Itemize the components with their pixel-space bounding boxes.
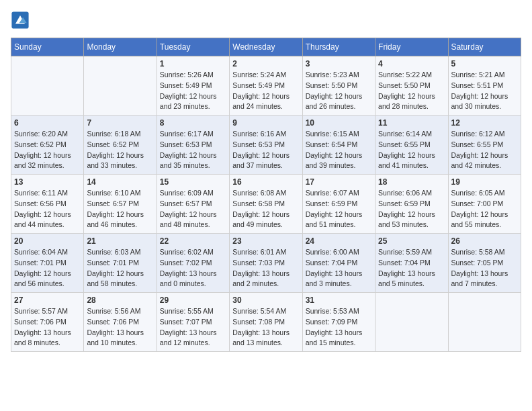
- calendar-week-1: 1Sunrise: 5:26 AMSunset: 5:49 PMDaylight…: [11, 56, 521, 116]
- calendar-cell: 2Sunrise: 5:24 AMSunset: 5:49 PMDaylight…: [230, 56, 302, 116]
- calendar-cell: 21Sunrise: 6:03 AMSunset: 7:01 PMDayligh…: [84, 234, 157, 293]
- column-header-friday: Friday: [375, 38, 448, 56]
- calendar-cell: 11Sunrise: 6:14 AMSunset: 6:55 PMDayligh…: [375, 116, 448, 175]
- day-number: 25: [378, 236, 445, 246]
- day-number: 24: [306, 236, 372, 246]
- calendar-cell: 15Sunrise: 6:09 AMSunset: 6:57 PMDayligh…: [157, 175, 229, 234]
- day-number: 17: [306, 177, 372, 187]
- day-number: 1: [160, 59, 226, 68]
- day-number: 31: [306, 295, 372, 305]
- day-detail: Sunrise: 6:03 AMSunset: 7:01 PMDaylight:…: [87, 247, 153, 289]
- calendar-cell: 16Sunrise: 6:08 AMSunset: 6:58 PMDayligh…: [230, 175, 302, 234]
- day-number: 9: [232, 118, 299, 128]
- day-detail: Sunrise: 5:59 AMSunset: 7:04 PMDaylight:…: [378, 247, 445, 289]
- day-detail: Sunrise: 6:14 AMSunset: 6:55 PMDaylight:…: [378, 129, 445, 171]
- day-detail: Sunrise: 5:58 AMSunset: 7:05 PMDaylight:…: [451, 247, 518, 289]
- page-header: [11, 11, 521, 30]
- calendar-cell: 6Sunrise: 6:20 AMSunset: 6:52 PMDaylight…: [11, 116, 84, 175]
- day-number: 16: [232, 177, 299, 187]
- calendar-cell: 23Sunrise: 6:01 AMSunset: 7:03 PMDayligh…: [230, 234, 302, 293]
- calendar-cell: 31Sunrise: 5:53 AMSunset: 7:09 PMDayligh…: [302, 293, 375, 352]
- calendar-cell: 27Sunrise: 5:57 AMSunset: 7:06 PMDayligh…: [11, 293, 84, 352]
- logo: [11, 11, 32, 30]
- day-detail: Sunrise: 6:17 AMSunset: 6:53 PMDaylight:…: [160, 129, 226, 171]
- logo-icon: [11, 11, 30, 30]
- day-number: 5: [451, 59, 518, 68]
- day-detail: Sunrise: 6:18 AMSunset: 6:52 PMDaylight:…: [87, 129, 153, 171]
- day-number: 12: [451, 118, 518, 128]
- calendar-week-2: 6Sunrise: 6:20 AMSunset: 6:52 PMDaylight…: [11, 116, 521, 175]
- day-detail: Sunrise: 6:11 AMSunset: 6:56 PMDaylight:…: [14, 188, 81, 230]
- day-number: 6: [14, 118, 81, 128]
- calendar-cell: 18Sunrise: 6:06 AMSunset: 6:59 PMDayligh…: [375, 175, 448, 234]
- calendar-cell: 12Sunrise: 6:12 AMSunset: 6:55 PMDayligh…: [448, 116, 521, 175]
- calendar-week-3: 13Sunrise: 6:11 AMSunset: 6:56 PMDayligh…: [11, 175, 521, 234]
- calendar-cell: [375, 293, 448, 352]
- day-detail: Sunrise: 6:01 AMSunset: 7:03 PMDaylight:…: [232, 247, 299, 289]
- calendar-table: SundayMondayTuesdayWednesdayThursdayFrid…: [11, 38, 521, 352]
- day-detail: Sunrise: 6:06 AMSunset: 6:59 PMDaylight:…: [378, 188, 445, 230]
- calendar-header-row: SundayMondayTuesdayWednesdayThursdayFrid…: [11, 38, 521, 56]
- calendar-cell: 30Sunrise: 5:54 AMSunset: 7:08 PMDayligh…: [230, 293, 302, 352]
- calendar-cell: 29Sunrise: 5:55 AMSunset: 7:07 PMDayligh…: [157, 293, 229, 352]
- day-number: 19: [451, 177, 518, 187]
- calendar-cell: 25Sunrise: 5:59 AMSunset: 7:04 PMDayligh…: [375, 234, 448, 293]
- day-detail: Sunrise: 6:05 AMSunset: 7:00 PMDaylight:…: [451, 188, 518, 230]
- day-detail: Sunrise: 5:53 AMSunset: 7:09 PMDaylight:…: [306, 306, 372, 349]
- day-detail: Sunrise: 5:23 AMSunset: 5:50 PMDaylight:…: [306, 70, 372, 112]
- calendar-cell: 5Sunrise: 5:21 AMSunset: 5:51 PMDaylight…: [448, 56, 521, 116]
- day-detail: Sunrise: 6:04 AMSunset: 7:01 PMDaylight:…: [14, 247, 81, 289]
- calendar-cell: 10Sunrise: 6:15 AMSunset: 6:54 PMDayligh…: [302, 116, 375, 175]
- calendar-cell: 26Sunrise: 5:58 AMSunset: 7:05 PMDayligh…: [448, 234, 521, 293]
- calendar-cell: 20Sunrise: 6:04 AMSunset: 7:01 PMDayligh…: [11, 234, 84, 293]
- calendar-cell: [448, 293, 521, 352]
- calendar-week-5: 27Sunrise: 5:57 AMSunset: 7:06 PMDayligh…: [11, 293, 521, 352]
- day-number: 28: [87, 295, 153, 305]
- calendar-cell: 28Sunrise: 5:56 AMSunset: 7:06 PMDayligh…: [84, 293, 157, 352]
- day-detail: Sunrise: 6:02 AMSunset: 7:02 PMDaylight:…: [160, 247, 226, 289]
- day-number: 20: [14, 236, 81, 246]
- day-detail: Sunrise: 5:22 AMSunset: 5:50 PMDaylight:…: [378, 70, 445, 112]
- day-detail: Sunrise: 6:10 AMSunset: 6:57 PMDaylight:…: [87, 188, 153, 230]
- calendar-cell: [11, 56, 84, 116]
- day-number: 4: [378, 59, 445, 68]
- calendar-cell: 17Sunrise: 6:07 AMSunset: 6:59 PMDayligh…: [302, 175, 375, 234]
- day-detail: Sunrise: 6:08 AMSunset: 6:58 PMDaylight:…: [232, 188, 299, 230]
- day-number: 3: [306, 59, 372, 68]
- day-number: 14: [87, 177, 153, 187]
- column-header-sunday: Sunday: [11, 38, 84, 56]
- day-number: 11: [378, 118, 445, 128]
- day-number: 29: [160, 295, 226, 305]
- day-number: 15: [160, 177, 226, 187]
- day-detail: Sunrise: 6:20 AMSunset: 6:52 PMDaylight:…: [14, 129, 81, 171]
- day-detail: Sunrise: 5:21 AMSunset: 5:51 PMDaylight:…: [451, 70, 518, 112]
- calendar-cell: 13Sunrise: 6:11 AMSunset: 6:56 PMDayligh…: [11, 175, 84, 234]
- day-detail: Sunrise: 6:12 AMSunset: 6:55 PMDaylight:…: [451, 129, 518, 171]
- calendar-cell: 24Sunrise: 6:00 AMSunset: 7:04 PMDayligh…: [302, 234, 375, 293]
- calendar-cell: 22Sunrise: 6:02 AMSunset: 7:02 PMDayligh…: [157, 234, 229, 293]
- column-header-saturday: Saturday: [448, 38, 521, 56]
- day-detail: Sunrise: 5:54 AMSunset: 7:08 PMDaylight:…: [232, 306, 299, 349]
- calendar-cell: 7Sunrise: 6:18 AMSunset: 6:52 PMDaylight…: [84, 116, 157, 175]
- day-detail: Sunrise: 5:56 AMSunset: 7:06 PMDaylight:…: [87, 306, 153, 349]
- day-number: 13: [14, 177, 81, 187]
- day-detail: Sunrise: 6:15 AMSunset: 6:54 PMDaylight:…: [306, 129, 372, 171]
- day-detail: Sunrise: 5:24 AMSunset: 5:49 PMDaylight:…: [232, 70, 299, 112]
- day-number: 2: [232, 59, 299, 68]
- calendar-cell: 19Sunrise: 6:05 AMSunset: 7:00 PMDayligh…: [448, 175, 521, 234]
- calendar-week-4: 20Sunrise: 6:04 AMSunset: 7:01 PMDayligh…: [11, 234, 521, 293]
- day-number: 7: [87, 118, 153, 128]
- day-detail: Sunrise: 6:09 AMSunset: 6:57 PMDaylight:…: [160, 188, 226, 230]
- calendar-cell: 14Sunrise: 6:10 AMSunset: 6:57 PMDayligh…: [84, 175, 157, 234]
- calendar-cell: 8Sunrise: 6:17 AMSunset: 6:53 PMDaylight…: [157, 116, 229, 175]
- column-header-thursday: Thursday: [302, 38, 375, 56]
- calendar-cell: 4Sunrise: 5:22 AMSunset: 5:50 PMDaylight…: [375, 56, 448, 116]
- day-detail: Sunrise: 6:00 AMSunset: 7:04 PMDaylight:…: [306, 247, 372, 289]
- day-number: 27: [14, 295, 81, 305]
- day-number: 21: [87, 236, 153, 246]
- column-header-wednesday: Wednesday: [230, 38, 302, 56]
- day-number: 8: [160, 118, 226, 128]
- calendar-cell: 9Sunrise: 6:16 AMSunset: 6:53 PMDaylight…: [230, 116, 302, 175]
- calendar-cell: [84, 56, 157, 116]
- day-number: 10: [306, 118, 372, 128]
